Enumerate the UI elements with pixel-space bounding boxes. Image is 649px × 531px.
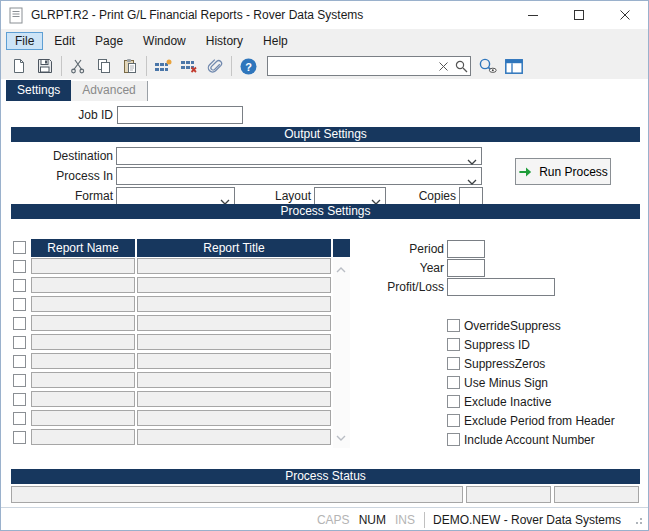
scroll-down-icon[interactable] [336,430,346,444]
copies-input[interactable] [459,187,483,205]
new-button[interactable] [6,55,32,77]
report-title-cell[interactable] [137,277,331,293]
insert-rows-button[interactable] [150,55,176,77]
report-title-cell[interactable] [137,258,331,274]
row-checkbox[interactable] [13,317,26,330]
output-settings-header: Output Settings [11,127,640,142]
checkbox-include-account-number[interactable]: Include Account Number [447,430,615,449]
tab-advanced[interactable]: Advanced [71,81,147,101]
checkbox-suppress-zeros[interactable]: SuppressZeros [447,354,615,373]
clear-search-icon[interactable] [434,57,452,75]
checkbox-exclude-inactive[interactable]: Exclude Inactive [447,392,615,411]
checkbox-box[interactable] [447,338,460,351]
copy-button[interactable] [91,55,117,77]
layout-panel-button[interactable] [501,55,527,77]
chevron-down-icon [467,154,477,168]
checkbox-box[interactable] [447,357,460,370]
row-checkbox[interactable] [13,374,26,387]
report-name-cell[interactable] [31,429,135,445]
layout-panel-icon [505,59,523,74]
run-process-button[interactable]: Run Process [515,158,611,185]
record-lookup-button[interactable] [475,55,501,77]
checkbox-box[interactable] [447,395,460,408]
search-input[interactable] [268,58,434,74]
tab-strip: Settings Advanced [1,79,648,101]
report-title-cell[interactable] [137,353,331,369]
tab-settings[interactable]: Settings [6,80,71,101]
report-title-cell[interactable] [137,315,331,331]
cut-button[interactable] [65,55,91,77]
options-checkbox-list: OverrideSuppress Suppress ID SuppressZer… [447,316,615,449]
report-name-cell[interactable] [31,296,135,312]
menu-window[interactable]: Window [134,32,195,50]
report-title-cell[interactable] [137,429,331,445]
minimize-button[interactable] [510,1,556,29]
app-document-icon [9,7,23,27]
cut-icon [70,58,86,74]
row-checkbox[interactable] [13,298,26,311]
checkbox-box[interactable] [447,376,460,389]
attachment-button[interactable] [202,55,228,77]
column-header-report-title[interactable]: Report Title [137,239,331,257]
toolbar-separator [61,56,62,76]
profit-loss-input[interactable] [447,278,555,296]
column-header-report-name[interactable]: Report Name [31,239,135,257]
process-in-dropdown[interactable] [116,167,482,185]
menu-edit[interactable]: Edit [45,32,84,50]
format-dropdown[interactable] [116,187,235,205]
close-icon [620,10,630,20]
attachment-icon [207,58,223,74]
close-button[interactable] [602,1,648,29]
checkbox-box[interactable] [447,319,460,332]
report-title-cell[interactable] [137,296,331,312]
toolbar: ? [1,53,648,79]
report-title-cell[interactable] [137,334,331,350]
select-all-checkbox[interactable] [13,241,26,254]
row-checkbox[interactable] [13,355,26,368]
report-title-cell[interactable] [137,372,331,388]
menu-history[interactable]: History [197,32,252,50]
year-input[interactable] [447,259,485,277]
menu-help[interactable]: Help [254,32,297,50]
report-name-cell[interactable] [31,372,135,388]
menu-page[interactable]: Page [86,32,132,50]
checkbox-use-minus-sign[interactable]: Use Minus Sign [447,373,615,392]
report-name-cell[interactable] [31,334,135,350]
checkbox-exclude-period-from-header[interactable]: Exclude Period from Header [447,411,615,430]
report-name-cell[interactable] [31,258,135,274]
delete-rows-button[interactable] [176,55,202,77]
copy-icon [96,58,112,74]
maximize-button[interactable] [556,1,602,29]
checkbox-box[interactable] [447,433,460,446]
row-checkbox[interactable] [13,431,26,444]
destination-dropdown[interactable] [116,147,482,165]
checkbox-override-suppress[interactable]: OverrideSuppress [447,316,615,335]
row-checkbox[interactable] [13,393,26,406]
search-icon[interactable] [452,57,470,75]
row-checkbox[interactable] [13,279,26,292]
job-id-input[interactable] [117,106,243,124]
report-name-cell[interactable] [31,315,135,331]
period-input[interactable] [447,240,485,258]
destination-label: Destination [1,149,113,163]
report-name-cell[interactable] [31,410,135,426]
title-bar: GLRPT.R2 - Print G/L Financial Reports -… [1,1,648,29]
year-label: Year [341,261,444,275]
report-name-cell[interactable] [31,277,135,293]
checkbox-suppress-id[interactable]: Suppress ID [447,335,615,354]
report-name-cell[interactable] [31,391,135,407]
help-button[interactable]: ? [235,55,261,77]
row-checkbox[interactable] [13,412,26,425]
save-button[interactable] [32,55,58,77]
report-title-cell[interactable] [137,391,331,407]
report-title-cell[interactable] [137,410,331,426]
job-id-label: Job ID [1,108,113,122]
resize-grip-icon[interactable] [632,514,644,526]
menu-file[interactable]: File [6,32,43,50]
row-checkbox[interactable] [13,260,26,273]
paste-button[interactable] [117,55,143,77]
layout-dropdown[interactable] [314,187,386,205]
checkbox-box[interactable] [447,414,460,427]
row-checkbox[interactable] [13,336,26,349]
report-name-cell[interactable] [31,353,135,369]
